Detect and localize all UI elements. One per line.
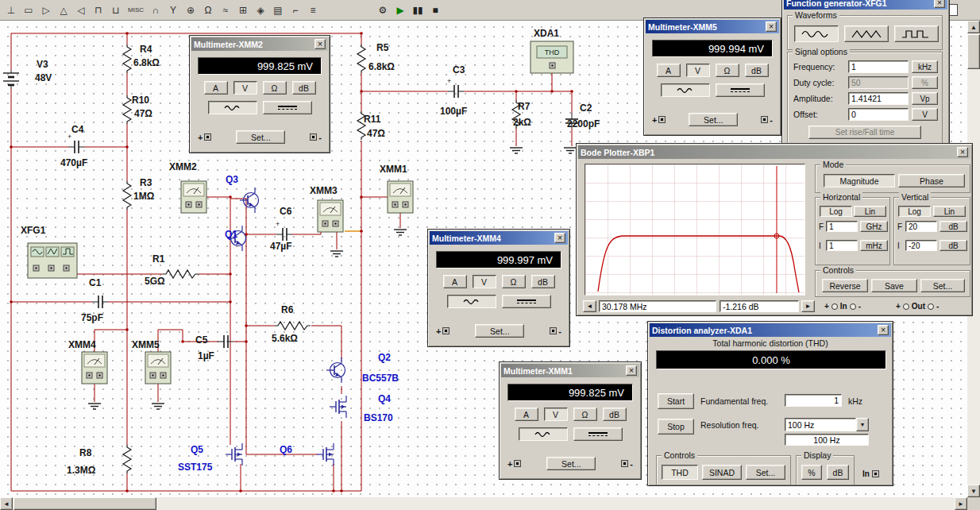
- scroll-up-button[interactable]: ▲: [967, 21, 980, 33]
- scroll-down-button[interactable]: ▼: [967, 485, 980, 497]
- close-icon[interactable]: ×: [957, 147, 968, 157]
- terminal-pad-icon[interactable]: [761, 116, 768, 123]
- close-icon[interactable]: ×: [626, 365, 637, 376]
- volt-button[interactable]: V: [473, 275, 496, 288]
- terminal-pad-icon[interactable]: [514, 460, 521, 467]
- vertical-initial-input[interactable]: -20: [905, 240, 937, 251]
- place-hierarchical-block-icon[interactable]: ⌐: [287, 2, 303, 18]
- triangle-wave-button[interactable]: [844, 25, 889, 42]
- set-button[interactable]: Set...: [920, 279, 965, 292]
- minus-terminal[interactable]: -: [761, 115, 773, 125]
- ac-mode-button[interactable]: [447, 295, 496, 308]
- db-button[interactable]: dB: [531, 275, 555, 288]
- horizontal-initial-unit[interactable]: mHz: [860, 240, 888, 251]
- terminal-pad-icon[interactable]: [204, 133, 211, 141]
- out-plus-terminal[interactable]: [903, 303, 909, 310]
- ohm-button[interactable]: Ω: [716, 64, 739, 77]
- titlebar[interactable]: Multimeter-XMM4 ×: [430, 231, 568, 245]
- minus-terminal[interactable]: -: [621, 459, 633, 469]
- simulation-settings-icon[interactable]: ⚙: [375, 2, 391, 18]
- horizontal-scrollbar[interactable]: ◄ ►: [0, 497, 967, 510]
- vertical-final-unit[interactable]: dB: [939, 221, 967, 232]
- titlebar[interactable]: Multimeter-XMM1 ×: [501, 364, 639, 377]
- vertical-final-input[interactable]: 20: [905, 221, 937, 232]
- set-button[interactable]: Set...: [236, 130, 285, 144]
- multimeter-xmm1-window[interactable]: Multimeter-XMM1 × 999.825 mV A V Ω dB + …: [499, 361, 642, 480]
- close-icon[interactable]: ×: [766, 21, 777, 32]
- place-diode-icon[interactable]: ▷: [38, 2, 54, 18]
- run-simulation-icon[interactable]: ▶: [392, 2, 408, 18]
- resolution-freq-option[interactable]: 100 Hz: [785, 434, 869, 446]
- ampere-button[interactable]: A: [657, 64, 681, 77]
- ampere-button[interactable]: A: [515, 408, 538, 421]
- ac-mode-button[interactable]: [661, 83, 710, 97]
- terminal-pad-icon[interactable]: [550, 327, 557, 334]
- set-button[interactable]: Set...: [746, 465, 785, 480]
- terminal-pad-icon[interactable]: [658, 116, 666, 123]
- dc-mode-button[interactable]: [502, 295, 551, 308]
- amplitude-unit-button[interactable]: Vp: [912, 92, 938, 105]
- plus-terminal[interactable]: +: [198, 133, 211, 142]
- in-plus-terminal[interactable]: [831, 303, 838, 310]
- terminal-pad-icon[interactable]: [621, 460, 628, 467]
- vertical-lin-button[interactable]: Lin: [933, 206, 966, 217]
- close-icon[interactable]: ×: [554, 233, 565, 243]
- stop-simulation-icon[interactable]: ■: [427, 2, 443, 18]
- amplitude-input[interactable]: 1.41421: [848, 92, 909, 105]
- vertical-initial-unit[interactable]: dB: [939, 240, 967, 251]
- horizontal-lin-button[interactable]: Lin: [854, 206, 886, 217]
- db-button[interactable]: dB: [292, 81, 316, 95]
- function-generator-xfg1-window[interactable]: Function generator-XFG1 × Waveforms Sign…: [781, 0, 950, 153]
- stop-button[interactable]: Stop: [658, 419, 694, 435]
- horizontal-final-unit[interactable]: GHz: [860, 221, 888, 232]
- titlebar[interactable]: Multimeter-XMM2 ×: [191, 37, 328, 51]
- titlebar[interactable]: Bode Plotter-XBP1 ×: [578, 145, 970, 159]
- multimeter-xmm5-window[interactable]: Multimeter-XMM5 × 999.994 mV A V Ω dB + …: [643, 17, 781, 136]
- offset-unit-button[interactable]: V: [912, 108, 938, 121]
- terminal-pad-icon[interactable]: [442, 327, 449, 334]
- titlebar[interactable]: Multimeter-XMM5 ×: [646, 20, 779, 33]
- multimeter-xmm4-window[interactable]: Multimeter-XMM4 × 999.997 mV A V Ω dB + …: [427, 229, 570, 347]
- minus-terminal[interactable]: -: [550, 326, 561, 336]
- plus-terminal[interactable]: +: [436, 326, 449, 336]
- dc-mode-button[interactable]: [573, 427, 623, 441]
- vertical-log-button[interactable]: Log: [898, 206, 931, 217]
- frequency-input[interactable]: 1: [848, 60, 909, 73]
- plus-terminal[interactable]: +: [652, 115, 666, 125]
- reverse-button[interactable]: Reverse: [822, 279, 868, 292]
- set-button[interactable]: Set...: [546, 457, 596, 470]
- horizontal-final-input[interactable]: 1: [826, 221, 858, 232]
- place-basic-icon[interactable]: ▭: [21, 2, 37, 18]
- phase-button[interactable]: Phase: [898, 174, 965, 187]
- pause-simulation-icon[interactable]: ▮▮: [410, 2, 426, 18]
- ohm-button[interactable]: Ω: [263, 81, 287, 95]
- place-power-icon[interactable]: ⊕: [183, 2, 199, 18]
- multimeter-xmm2-window[interactable]: Multimeter-XMM2 × 999.825 mV A V Ω dB + …: [189, 35, 330, 153]
- dc-mode-button[interactable]: [716, 83, 765, 97]
- set-button[interactable]: Set...: [475, 324, 524, 338]
- ac-mode-button[interactable]: [208, 101, 257, 114]
- cursor-right-button[interactable]: ►: [801, 300, 815, 312]
- db-button[interactable]: dB: [745, 64, 769, 77]
- place-analog-icon[interactable]: ◁: [73, 2, 89, 18]
- ohm-button[interactable]: Ω: [573, 408, 597, 421]
- scroll-right-button[interactable]: ►: [955, 497, 967, 510]
- bode-plotter-xbp1-window[interactable]: Bode Plotter-XBP1 × ◄ 30.178 MHz -1.216 …: [576, 143, 973, 316]
- titlebar[interactable]: Function generator-XFG1 ×: [784, 0, 947, 10]
- in-minus-terminal[interactable]: [850, 303, 856, 310]
- terminal-pad-icon[interactable]: [310, 133, 317, 141]
- place-connector-icon[interactable]: ◈: [253, 2, 268, 18]
- place-misc-icon[interactable]: Ω: [200, 2, 216, 18]
- ampere-button[interactable]: A: [443, 275, 467, 288]
- volt-button[interactable]: V: [233, 81, 257, 95]
- percent-button[interactable]: %: [801, 465, 822, 480]
- titlebar[interactable]: Distortion analyzer-XDA1 ×: [650, 323, 891, 337]
- place-transistor-icon[interactable]: △: [56, 2, 71, 18]
- set-button[interactable]: Set...: [689, 113, 738, 126]
- input-terminal[interactable]: [872, 470, 879, 477]
- close-icon[interactable]: ×: [314, 39, 326, 49]
- scroll-left-button[interactable]: ◄: [0, 497, 13, 510]
- ampere-button[interactable]: A: [204, 81, 228, 95]
- square-wave-button[interactable]: [894, 25, 939, 42]
- volt-button[interactable]: V: [544, 408, 568, 421]
